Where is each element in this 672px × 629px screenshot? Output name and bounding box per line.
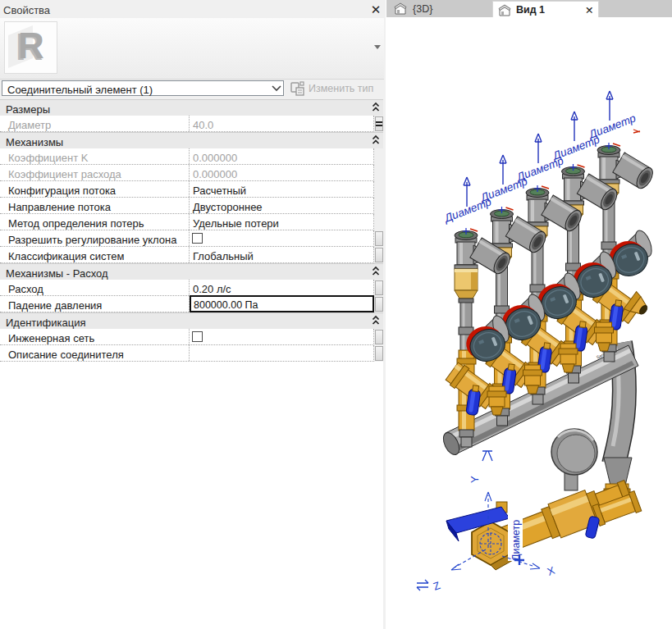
svg-text:Диаметр: Диаметр xyxy=(510,520,522,561)
svg-text:Y: Y xyxy=(469,476,481,483)
svg-text:Z: Z xyxy=(432,579,442,593)
svg-text:Диаметр: Диаметр xyxy=(586,112,638,141)
svg-text:R: R xyxy=(18,25,44,66)
svg-text:X: X xyxy=(546,564,557,578)
